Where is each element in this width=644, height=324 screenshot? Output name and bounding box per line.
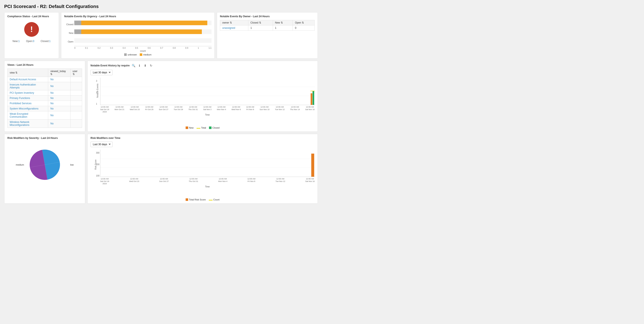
info-icon[interactable]: ℹ bbox=[137, 63, 142, 68]
views-table-row: PCI System Inventory No bbox=[8, 90, 82, 96]
history-legend: New Total Closed bbox=[90, 127, 315, 129]
legend-total: Total bbox=[201, 127, 206, 129]
views-col-user[interactable]: user ⇅ bbox=[70, 69, 82, 77]
refresh-icon[interactable]: ↻ bbox=[149, 63, 153, 68]
view-link[interactable]: Insecure Authentication Attempts bbox=[10, 83, 36, 89]
urgency-bar-closed bbox=[74, 20, 212, 26]
view-viewed-today: No bbox=[48, 106, 70, 111]
open-count: Open:0 bbox=[26, 40, 34, 43]
view-link[interactable]: Primary Functions bbox=[10, 97, 30, 100]
legend-unknown: unknown bbox=[128, 53, 137, 56]
legend-medium: medium bbox=[143, 53, 151, 56]
pie-label-medium: medium bbox=[16, 163, 24, 166]
total-line bbox=[310, 91, 315, 91]
exclamation-text: ! bbox=[30, 26, 33, 33]
legend-closed: Closed bbox=[212, 127, 220, 129]
owner-table: owner ⇅ Closed ⇅ New ⇅ Open ⇅ unassigned… bbox=[220, 20, 315, 31]
view-link[interactable]: PCI System Inventory bbox=[10, 91, 34, 94]
history-timerange-select[interactable]: Last 30 days Last 7 days Last 90 days bbox=[90, 70, 112, 75]
owner-row: unassigned 1 1 0 bbox=[220, 25, 315, 31]
urgency-x-label: count bbox=[74, 50, 212, 52]
view-link[interactable]: Wireless Network Misconfigurations bbox=[10, 121, 29, 127]
urgency-bar-open bbox=[74, 38, 212, 43]
view-user bbox=[70, 82, 82, 90]
owner-unassigned-link[interactable]: unassigned bbox=[222, 26, 235, 29]
views-table-row: Primary Functions No bbox=[8, 96, 82, 101]
owner-col-new[interactable]: New ⇅ bbox=[273, 20, 293, 25]
view-viewed-today: No bbox=[48, 120, 70, 128]
risk-severity-title: Risk Modifiers by Severity - Last 24 Hou… bbox=[7, 137, 82, 140]
view-viewed-today: No bbox=[48, 96, 70, 101]
history-title: Notable Event History by require bbox=[90, 64, 130, 67]
compliance-panel: Compliance Status - Last 24 Hours ! New:… bbox=[4, 12, 59, 59]
owner-closed-val: 1 bbox=[248, 25, 273, 31]
new-count: New:1 bbox=[13, 40, 20, 43]
legend-new: New bbox=[189, 127, 194, 129]
view-user bbox=[70, 101, 82, 106]
view-user bbox=[70, 111, 82, 120]
view-user bbox=[70, 106, 82, 111]
page-title: PCI Scorecard - R2: Default Configuratio… bbox=[4, 4, 318, 9]
views-col-view[interactable]: view ⇅ bbox=[8, 69, 48, 77]
pie-label-low: low bbox=[70, 163, 74, 166]
view-link[interactable]: System Misconfigurations bbox=[10, 107, 38, 110]
legend-total-risk: Total Risk Score bbox=[189, 198, 206, 201]
compliance-alert-icon: ! bbox=[24, 22, 39, 37]
risk-spike bbox=[311, 154, 314, 177]
spike-closed bbox=[312, 91, 314, 105]
views-title: Views - Last 24 Hours bbox=[7, 63, 82, 66]
view-viewed-today: No bbox=[48, 111, 70, 120]
views-col-viewed[interactable]: viewed_today ⇅ bbox=[48, 69, 70, 77]
view-user bbox=[70, 120, 82, 128]
legend-count: Count bbox=[214, 198, 220, 201]
owner-col-owner[interactable]: owner ⇅ bbox=[220, 20, 248, 25]
search-icon[interactable]: 🔍 bbox=[131, 63, 136, 68]
urgency-y-closed: Closed bbox=[66, 23, 74, 26]
history-panel: Notable Event History by require 🔍 ℹ ⬇ ↻… bbox=[87, 61, 318, 132]
urgency-bar-new bbox=[74, 29, 212, 35]
views-table-row: System Misconfigurations No bbox=[8, 106, 82, 111]
spike-new bbox=[311, 93, 312, 105]
view-link[interactable]: Weak Encrypted Communication bbox=[10, 112, 28, 118]
risk-severity-panel: Risk Modifiers by Severity - Last 24 Hou… bbox=[4, 134, 85, 204]
risk-legend: Total Risk Score Count bbox=[90, 198, 315, 201]
view-link[interactable]: Prohibited Services bbox=[10, 102, 31, 105]
risk-time-panel: Risk Modifiers over Time Last 30 days La… bbox=[87, 134, 318, 204]
owner-col-open[interactable]: Open ⇅ bbox=[293, 20, 315, 25]
urgency-panel: Notable Events By Urgency - Last 24 Hour… bbox=[61, 12, 215, 59]
owner-title: Notable Events By Owner - Last 24 Hours bbox=[220, 15, 315, 18]
download-icon[interactable]: ⬇ bbox=[143, 63, 147, 68]
views-panel: Views - Last 24 Hours view ⇅ viewed_toda… bbox=[4, 61, 85, 132]
risk-time-select[interactable]: Last 30 days Last 7 days Last 90 days bbox=[90, 142, 112, 147]
pie-chart bbox=[28, 148, 62, 181]
urgency-y-new: New bbox=[69, 32, 74, 34]
views-table-row: Wireless Network Misconfigurations No bbox=[8, 120, 82, 128]
closed-count: Closed:1 bbox=[40, 40, 50, 43]
views-table-row: Prohibited Services No bbox=[8, 101, 82, 106]
compliance-title: Compliance Status - Last 24 Hours bbox=[7, 15, 49, 18]
view-viewed-today: No bbox=[48, 77, 70, 82]
view-viewed-today: No bbox=[48, 101, 70, 106]
owner-panel: Notable Events By Owner - Last 24 Hours … bbox=[217, 12, 318, 59]
owner-open-val: 0 bbox=[293, 25, 315, 31]
owner-col-closed[interactable]: Closed ⇅ bbox=[248, 20, 273, 25]
urgency-y-open: Open bbox=[68, 40, 74, 43]
view-user bbox=[70, 90, 82, 96]
risk-time-title: Risk Modifiers over Time bbox=[90, 137, 315, 140]
urgency-legend: unknown medium bbox=[64, 53, 212, 56]
views-table: view ⇅ viewed_today ⇅ user ⇅ Default Acc… bbox=[7, 68, 82, 128]
views-table-row: Default Account Access No bbox=[8, 77, 82, 82]
compliance-counts: New:1 Open:0 Closed:1 bbox=[13, 40, 51, 43]
views-table-row: Insecure Authentication Attempts No bbox=[8, 82, 82, 90]
view-link[interactable]: Default Account Access bbox=[10, 78, 36, 81]
urgency-title: Notable Events By Urgency - Last 24 Hour… bbox=[64, 15, 212, 18]
view-viewed-today: No bbox=[48, 90, 70, 96]
pie-chart-area: medium low bbox=[7, 142, 82, 188]
owner-new-val: 1 bbox=[273, 25, 293, 31]
view-viewed-today: No bbox=[48, 82, 70, 90]
risk-x-label: Time bbox=[100, 185, 315, 188]
history-x-label: Time bbox=[100, 114, 315, 116]
view-user bbox=[70, 77, 82, 82]
view-user bbox=[70, 96, 82, 101]
views-table-row: Weak Encrypted Communication No bbox=[8, 111, 82, 120]
